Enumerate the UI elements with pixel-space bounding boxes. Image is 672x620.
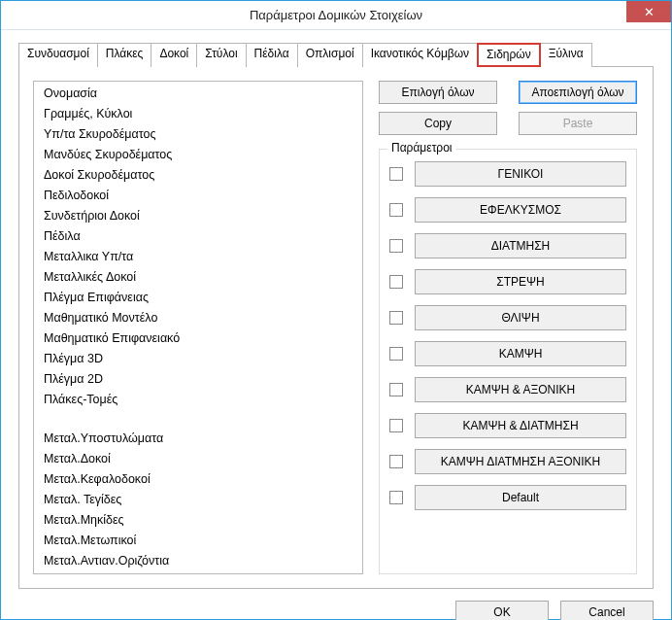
dialog-footer: OK Cancel [18, 589, 654, 620]
select-all-button[interactable]: Επιλογή όλων [379, 81, 497, 104]
list-item[interactable]: Πέδιλα [34, 226, 362, 247]
list-item[interactable]: Μεταλ.Αντιαν.Οριζόντια [34, 551, 362, 571]
list-item[interactable]: Πλέγμα Επιφάνειας [34, 288, 362, 308]
list-item[interactable]: Γραμμές, Κύκλοι [34, 104, 362, 124]
param-button[interactable]: ΚΑΜΨΗ ΔΙΑΤΜΗΣΗ ΑΞΟΝΙΚΗ [415, 449, 626, 474]
param-checkbox[interactable] [389, 311, 403, 325]
list-item[interactable]: Μεταλ.Μηκίδες [34, 510, 362, 531]
list-spacer [34, 410, 362, 429]
tab-0[interactable]: Συνδυασμοί [18, 43, 98, 67]
tab-4[interactable]: Πέδιλα [246, 43, 298, 67]
param-checkbox[interactable] [389, 419, 403, 432]
copy-button[interactable]: Copy [379, 112, 497, 135]
param-checkbox[interactable] [389, 383, 403, 396]
list-item[interactable]: Πεδιλοδοκοί [34, 186, 362, 206]
tab-8[interactable]: Ξύλινα [540, 43, 592, 67]
param-checkbox[interactable] [389, 347, 403, 361]
deselect-all-button[interactable]: Αποεπιλογή όλων [519, 81, 637, 104]
list-item[interactable]: Μεταλλικές Δοκοί [34, 267, 362, 288]
param-button[interactable]: ΓΕΝΙΚΟΙ [415, 161, 626, 187]
list-item[interactable]: Μαθηματικό Επιφανειακό [34, 328, 362, 349]
list-item[interactable]: Μεταλ. Τεγίδες [34, 490, 362, 510]
param-checkbox[interactable] [389, 239, 403, 253]
param-button[interactable]: ΚΑΜΨΗ & ΔΙΑΤΜΗΣΗ [415, 413, 626, 438]
tab-7[interactable]: Σιδηρών [477, 43, 541, 67]
tab-strip: ΣυνδυασμοίΠλάκεςΔοκοίΣτύλοιΠέδιλαΟπλισμο… [18, 42, 654, 66]
clipboard-button-row: Copy Paste [379, 112, 637, 135]
list-item[interactable]: Μεταλ.Δοκοί [34, 449, 362, 469]
element-listbox[interactable]: ΟνομασίαΓραμμές, ΚύκλοιΥπ/τα Σκυροδέματο… [33, 81, 363, 574]
parameters-groupbox: Παράμετροι ΓΕΝΙΚΟΙΕΦΕΛΚΥΣΜΟΣΔΙΑΤΜΗΣΗΣΤΡΕ… [379, 149, 637, 574]
param-row: ΕΦΕΛΚΥΣΜΟΣ [389, 197, 626, 223]
titlebar: Παράμετροι Δομικών Στοιχείων ✕ [1, 1, 671, 30]
param-button[interactable]: Default [415, 485, 626, 510]
close-icon: ✕ [644, 6, 655, 18]
list-item[interactable]: Υπ/τα Σκυροδέματος [34, 124, 362, 145]
param-row: ΣΤΡΕΨΗ [389, 269, 626, 294]
list-item[interactable]: Πλέγμα 3D [34, 349, 362, 369]
param-button[interactable]: ΚΑΜΨΗ [415, 341, 626, 366]
list-item[interactable]: Μεταλ.Μετωπικοί [34, 531, 362, 551]
param-button[interactable]: ΚΑΜΨΗ & ΑΞΟΝΙΚΗ [415, 377, 626, 402]
list-item[interactable]: Πλέγμα 2D [34, 369, 362, 390]
parameters-rows: ΓΕΝΙΚΟΙΕΦΕΛΚΥΣΜΟΣΔΙΑΤΜΗΣΗΣΤΡΕΨΗΘΛΙΨΗΚΑΜΨ… [389, 161, 626, 510]
paste-button: Paste [519, 112, 637, 135]
param-row: Default [389, 485, 626, 510]
selection-button-row: Επιλογή όλων Αποεπιλογή όλων [379, 81, 637, 104]
client-area: ΣυνδυασμοίΠλάκεςΔοκοίΣτύλοιΠέδιλαΟπλισμο… [1, 30, 671, 619]
param-button[interactable]: ΣΤΡΕΨΗ [415, 269, 626, 294]
cancel-button[interactable]: Cancel [560, 601, 654, 620]
param-checkbox[interactable] [389, 491, 403, 504]
right-pane: Επιλογή όλων Αποεπιλογή όλων Copy Paste … [379, 81, 637, 574]
tab-2[interactable]: Δοκοί [151, 43, 197, 67]
ok-button[interactable]: OK [455, 601, 549, 620]
param-button[interactable]: ΕΦΕΛΚΥΣΜΟΣ [415, 197, 626, 223]
tab-1[interactable]: Πλάκες [97, 43, 152, 67]
list-item[interactable]: Μανδύες Σκυροδέματος [34, 145, 362, 165]
param-row: ΚΑΜΨΗ [389, 341, 626, 366]
param-checkbox[interactable] [389, 455, 403, 468]
list-item[interactable]: Ονομασία [34, 84, 362, 104]
param-row: ΔΙΑΤΜΗΣΗ [389, 233, 626, 258]
param-row: ΚΑΜΨΗ & ΔΙΑΤΜΗΣΗ [389, 413, 626, 438]
window-title: Παράμετροι Δομικών Στοιχείων [250, 8, 422, 22]
list-item[interactable]: Μεταλλικα Υπ/τα [34, 247, 362, 267]
list-item[interactable]: Μεταλ.Κεφαλοδοκοί [34, 469, 362, 490]
param-row: ΓΕΝΙΚΟΙ [389, 161, 626, 187]
param-row: ΚΑΜΨΗ & ΑΞΟΝΙΚΗ [389, 377, 626, 402]
param-checkbox[interactable] [389, 203, 403, 217]
dialog-window: Παράμετροι Δομικών Στοιχείων ✕ Συνδυασμο… [0, 0, 672, 620]
param-button[interactable]: ΘΛΙΨΗ [415, 305, 626, 330]
list-item[interactable]: Μαθηματικό Μοντέλο [34, 308, 362, 328]
param-checkbox[interactable] [389, 167, 403, 181]
param-row: ΘΛΙΨΗ [389, 305, 626, 330]
tab-panel: ΟνομασίαΓραμμές, ΚύκλοιΥπ/τα Σκυροδέματο… [18, 66, 654, 589]
close-button[interactable]: ✕ [626, 1, 671, 22]
param-row: ΚΑΜΨΗ ΔΙΑΤΜΗΣΗ ΑΞΟΝΙΚΗ [389, 449, 626, 474]
list-item[interactable]: Πλάκες-Τομές [34, 390, 362, 410]
list-item[interactable]: Συνδετήριοι Δοκοί [34, 206, 362, 226]
tab-6[interactable]: Ικανοτικός Κόμβων [362, 43, 478, 67]
param-button[interactable]: ΔΙΑΤΜΗΣΗ [415, 233, 626, 258]
left-pane: ΟνομασίαΓραμμές, ΚύκλοιΥπ/τα Σκυροδέματο… [33, 81, 363, 574]
tab-3[interactable]: Στύλοι [196, 43, 246, 67]
param-checkbox[interactable] [389, 275, 403, 289]
groupbox-legend: Παράμετροι [387, 141, 456, 155]
tab-5[interactable]: Οπλισμοί [297, 43, 363, 67]
list-item[interactable]: Μεταλ.Υποστυλώματα [34, 429, 362, 449]
list-item[interactable]: Δοκοί Σκυροδέματος [34, 165, 362, 186]
